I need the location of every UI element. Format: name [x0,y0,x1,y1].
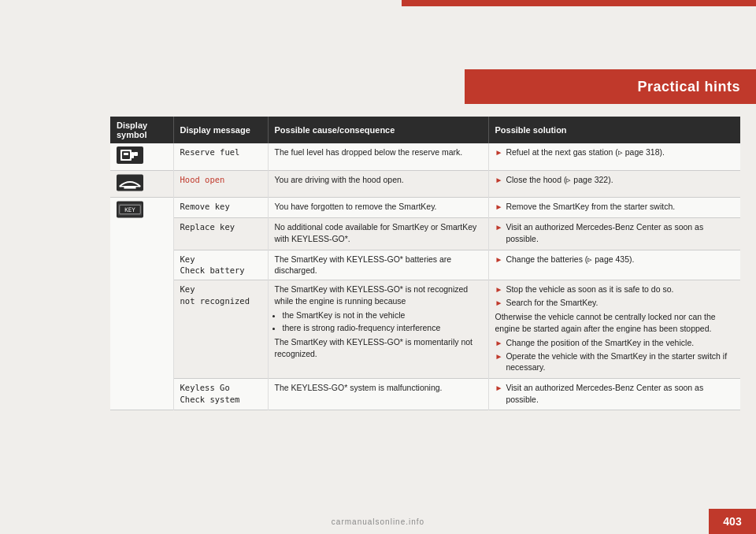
cause-text: The SmartKey with KEYLESS-GO* batteries … [275,254,452,276]
message-cell: Reserve fuel [173,143,268,170]
cause-bullets: the SmartKey is not in the vehicle there… [283,310,482,334]
col-header-solution: Possible solution [488,117,740,143]
table-row: KeyCheck battery The SmartKey with KEYLE… [110,250,740,280]
message-text: KeyCheck battery [180,254,245,276]
main-table-container: Display symbol Display message Possible … [110,117,740,495]
message-cell: Remove key [173,198,268,218]
arrow-icon: ► [495,351,503,362]
cause-text-2: The SmartKey with KEYLESS-GO* is momenta… [275,337,473,358]
symbol-cell [110,143,173,170]
arrow-icon: ► [495,284,503,295]
svg-rect-8 [124,186,135,188]
page-number: 403 [709,509,756,534]
solution-cell: ► Remove the SmartKey from the starter s… [488,198,740,218]
table-row: KEY Remove key You have forgotten to rem… [110,198,740,218]
solution-item: ► Close the hood (▹ page 322). [495,174,735,186]
hood-icon [117,174,143,191]
cause-cell: The KEYLESS-GO* system is malfunctioning… [268,378,488,410]
message-text: Keynot recognized [180,284,250,306]
message-cell: Keyless GoCheck system [173,378,268,410]
solution-text: Visit an authorized Mercedes-Benz Center… [506,382,734,405]
message-text: Remove key [180,202,230,211]
solution-text: Change the position of the SmartKey in t… [506,337,694,349]
table-row: Keynot recognized The SmartKey with KEYL… [110,280,740,379]
cause-text-1: The SmartKey with KEYLESS-GO* is not rec… [275,284,469,306]
arrow-icon: ► [495,298,503,309]
arrow-icon: ► [495,175,503,186]
cause-cell: You have forgotten to remove the SmartKe… [268,198,488,218]
section-title: Practical hints [637,79,740,95]
cause-text: You are driving with the hood open. [275,175,404,184]
symbol-cell [110,170,173,198]
col-header-message: Display message [173,117,268,143]
solution-cell: ► Visit an authorized Mercedes-Benz Cent… [488,218,740,250]
cause-cell: The fuel level has dropped below the res… [268,143,488,170]
message-cell: Replace key [173,218,268,250]
svg-rect-3 [132,152,134,158]
solution-cell: ► Close the hood (▹ page 322). [488,170,740,198]
arrow-icon: ► [495,147,503,158]
display-table: Display symbol Display message Possible … [110,117,740,410]
arrow-icon: ► [495,383,503,394]
solution-text: Remove the SmartKey from the starter swi… [506,201,675,213]
col-header-cause: Possible cause/consequence [268,117,488,143]
cause-text: The KEYLESS-GO* system is malfunctioning… [275,383,443,392]
solution-cell: ► Stop the vehicle as soon as it is safe… [488,280,740,379]
cause-text: The fuel level has dropped below the res… [275,147,463,157]
solution-text: Visit an authorized Mercedes-Benz Center… [506,221,734,244]
solution-item: ► Change the position of the SmartKey in… [495,337,735,349]
arrow-icon: ► [495,338,503,349]
svg-text:KEY: KEY [124,206,135,213]
cause-text: You have forgotten to remove the SmartKe… [275,202,437,211]
cause-bullet: the SmartKey is not in the vehicle [283,310,482,321]
message-cell: KeyCheck battery [173,250,268,280]
fuel-icon [117,146,143,164]
cause-cell: No additional code available for SmartKe… [268,218,488,250]
solution-text: Change the batteries (▹ page 435). [506,254,634,265]
solution-text: Refuel at the next gas station (▹ page 3… [506,146,665,158]
solution-item: ► Stop the vehicle as soon as it is safe… [495,284,735,295]
arrow-icon: ► [495,222,503,233]
message-text: Replace key [180,222,235,232]
solution-note: Otherwise the vehicle cannot be centrall… [495,311,735,334]
solution-item: ► Change the batteries (▹ page 435). [495,254,735,265]
solution-item: ► Remove the SmartKey from the starter s… [495,201,735,213]
cause-text: No additional code available for SmartKe… [275,222,477,243]
table-row: Replace key No additional code available… [110,218,740,250]
solution-cell: ► Visit an authorized Mercedes-Benz Cent… [488,378,740,410]
table-row: Hood open You are driving with the hood … [110,170,740,198]
svg-rect-5 [124,153,128,155]
table-row: Keyless GoCheck system The KEYLESS-GO* s… [110,378,740,410]
message-text: Reserve fuel [180,147,240,157]
solution-item: ► Search for the SmartKey. [495,297,735,309]
watermark: carmanualsonline.info [332,517,424,526]
arrow-icon: ► [495,202,503,213]
cause-cell: The SmartKey with KEYLESS-GO* is not rec… [268,280,488,379]
cause-cell: The SmartKey with KEYLESS-GO* batteries … [268,250,488,280]
solution-text: Operate the vehicle with the SmartKey in… [506,350,734,373]
top-banner [402,0,756,6]
message-cell: Hood open [173,170,268,198]
cause-cell: You are driving with the hood open. [268,170,488,198]
solution-item: ► Visit an authorized Mercedes-Benz Cent… [495,221,735,244]
cause-bullet: there is strong radio-frequency interfer… [283,322,482,334]
key-icon: KEY [117,201,143,218]
solution-item: ► Visit an authorized Mercedes-Benz Cent… [495,382,735,405]
arrow-icon: ► [495,254,503,265]
solution-cell: ► Change the batteries (▹ page 435). [488,250,740,280]
solution-cell: ► Refuel at the next gas station (▹ page… [488,143,740,170]
section-header: Practical hints [465,69,756,104]
solution-item: ► Operate the vehicle with the SmartKey … [495,350,735,373]
symbol-cell: KEY [110,198,173,410]
solution-text: Search for the SmartKey. [506,297,598,309]
table-row: Reserve fuel The fuel level has dropped … [110,143,740,170]
solution-text: Stop the vehicle as soon as it is safe t… [506,284,673,295]
col-header-symbol: Display symbol [110,117,173,143]
message-cell: Keynot recognized [173,280,268,379]
svg-rect-4 [134,152,138,156]
solution-text: Close the hood (▹ page 322). [506,174,613,186]
solution-item: ► Refuel at the next gas station (▹ page… [495,146,735,158]
message-text: Keyless GoCheck system [180,383,240,404]
message-text: Hood open [180,175,225,184]
